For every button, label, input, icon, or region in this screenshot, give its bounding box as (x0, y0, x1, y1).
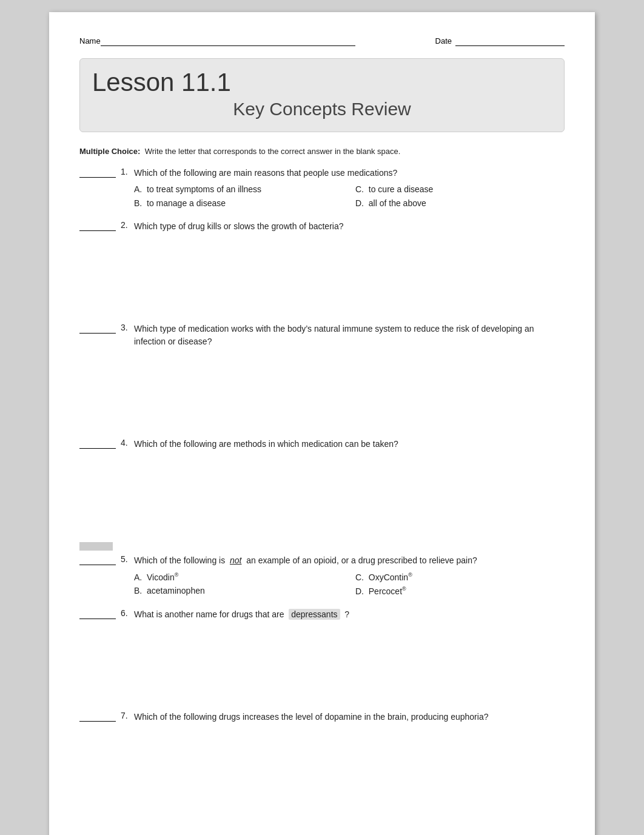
instructions-text: Write the letter that corresponds to the… (145, 147, 401, 156)
name-section: Name (79, 36, 355, 46)
question-4: 4. Which of the following are methods in… (79, 438, 565, 451)
choice-5b: B. acetaminophen (134, 585, 343, 597)
answer-area-4 (79, 461, 565, 540)
depressants-highlight: depressants (289, 609, 340, 620)
q-text-7: Which of the following drugs increases t… (134, 711, 565, 723)
choice-1b: B. to manage a disease (134, 198, 343, 210)
q-text-1: Which of the following are main reasons … (134, 167, 565, 209)
title-box: Lesson 11.1 Key Concepts Review (79, 58, 565, 132)
question-6: 6. What is another name for drugs that a… (79, 608, 565, 621)
question-3: 3. Which type of medication works with t… (79, 323, 565, 348)
choice-5d: D. Percocet® (355, 585, 565, 597)
answer-area-6 (79, 632, 565, 711)
choice-1c: C. to cure a disease (355, 184, 565, 196)
answer-blank-7[interactable] (79, 712, 116, 722)
choices-5: A. Vicodin® C. OxyContin® B. acetaminoph… (134, 569, 565, 598)
spacer-7 (79, 813, 565, 835)
q-text-4: Which of the following are methods in wh… (134, 438, 565, 451)
q-num-2: 2. (121, 220, 134, 230)
q-num-3: 3. (121, 323, 134, 332)
choices-1: A. to treat symptoms of an illness C. to… (134, 182, 565, 209)
choice-1a: A. to treat symptoms of an illness (134, 184, 343, 196)
q-text-6: What is another name for drugs that are … (134, 608, 565, 621)
header: Name Date (79, 36, 565, 46)
q-text-5: Which of the following is not an example… (134, 554, 565, 598)
date-section: Date (435, 36, 565, 46)
q-num-6: 6. (121, 608, 134, 618)
q-num-1: 1. (121, 167, 134, 176)
q-text-2: Which type of drug kills or slows the gr… (134, 220, 565, 233)
answer-blank-2[interactable] (79, 221, 116, 231)
subtitle: Key Concepts Review (92, 99, 552, 119)
q-num-4: 4. (121, 438, 134, 448)
answer-area-2 (79, 244, 565, 323)
answer-blank-6[interactable] (79, 609, 116, 619)
question-5: 5. Which of the following is not an exam… (79, 554, 565, 598)
instructions: Multiple Choice: Write the letter that c… (79, 147, 565, 156)
choice-5a: A. Vicodin® (134, 571, 343, 583)
page: Name Date Lesson 11.1 Key Concepts Revie… (49, 12, 595, 835)
name-input[interactable] (101, 36, 355, 46)
answer-area-7 (79, 734, 565, 813)
date-label: Date (435, 36, 452, 45)
name-label: Name (79, 36, 101, 45)
date-input[interactable] (455, 36, 565, 46)
question-2: 2. Which type of drug kills or slows the… (79, 220, 565, 233)
lesson-title: Lesson 11.1 (92, 69, 552, 96)
choice-1d: D. all of the above (355, 198, 565, 210)
answer-blank-5[interactable] (79, 555, 116, 565)
not-emphasis: not (230, 555, 241, 565)
answer-area-3 (79, 359, 565, 438)
question-7: 7. Which of the following drugs increase… (79, 711, 565, 723)
answer-blank-3[interactable] (79, 324, 116, 334)
answer-blank-1[interactable] (79, 168, 116, 178)
blank-5-top (79, 542, 113, 551)
instructions-type: Multiple Choice: (79, 147, 140, 156)
question-1: 1. Which of the following are main reaso… (79, 167, 565, 209)
choice-5c: C. OxyContin® (355, 571, 565, 583)
answer-blank-4[interactable] (79, 439, 116, 449)
q-text-3: Which type of medication works with the … (134, 323, 565, 348)
q-num-5: 5. (121, 554, 134, 564)
q-num-7: 7. (121, 711, 134, 720)
answer-area-5-top (79, 540, 565, 550)
